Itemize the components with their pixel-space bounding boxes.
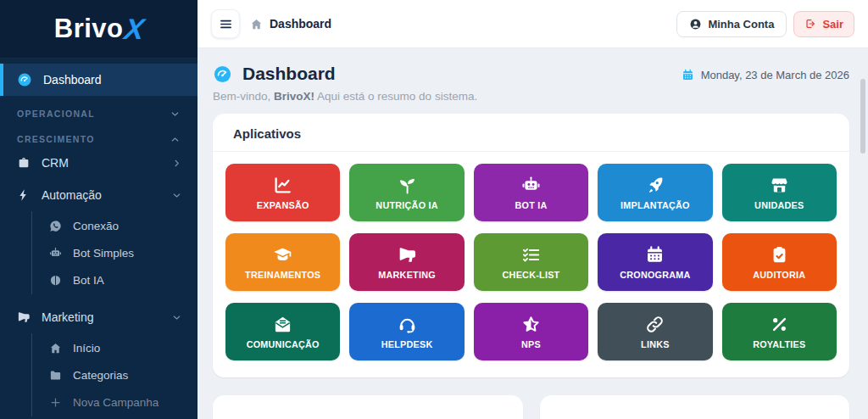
- page-header: Dashboard Bem-vindo, BrivoX! Aqui está o…: [213, 64, 849, 103]
- rocket-icon: [645, 176, 665, 195]
- app-tile-unidades[interactable]: UNIDADES: [722, 164, 837, 221]
- sidebar-section-label: CRESCIMENTO: [17, 134, 170, 144]
- content: Dashboard Bem-vindo, BrivoX! Aqui está o…: [198, 48, 868, 419]
- brand-logo[interactable]: BrivoX: [0, 0, 198, 59]
- app-tile-helpdesk[interactable]: HELPDESK: [349, 303, 464, 360]
- star-half-icon: [521, 315, 541, 334]
- app-tile-label: NPS: [521, 339, 541, 349]
- sidebar-item-label: Automação: [42, 188, 160, 202]
- account-button-label: Minha Conta: [708, 18, 774, 31]
- sidebar-subgroup-marketing: InícioCategoriasNova Campanha: [31, 333, 198, 416]
- list-check-icon: [521, 245, 541, 265]
- app-tile-label: BOT IA: [515, 200, 547, 210]
- chevron-up-icon: [170, 134, 181, 145]
- chevron-right-icon: [171, 158, 182, 169]
- main-area: Dashboard Minha Conta Sair Dashbo: [198, 0, 868, 419]
- home-icon: [49, 342, 62, 355]
- app-tile-check-list[interactable]: CHECK-LIST: [474, 233, 588, 291]
- bolt-icon: [17, 188, 31, 202]
- store-icon: [770, 176, 789, 195]
- adjust-icon: [49, 274, 62, 287]
- sidebar-subitem-inicio[interactable]: Início: [32, 335, 198, 360]
- date-display: Monday, 23 de March de 2026: [682, 69, 849, 81]
- chevron-down-icon: [171, 190, 182, 201]
- sidebar-item-dashboard[interactable]: Dashboard: [0, 64, 198, 96]
- welcome-username: BrivoX!: [274, 90, 314, 103]
- briefcase-icon: [17, 156, 31, 170]
- app-tile-comunicacao[interactable]: COMUNICAÇÃO: [225, 303, 340, 360]
- sidebar-subitem-label: Nova Campanha: [73, 396, 189, 409]
- clipboard-check-icon: [770, 245, 789, 265]
- sidebar-subitem-conexao[interactable]: Conexão: [32, 213, 198, 238]
- whatsapp-icon: [49, 220, 62, 232]
- welcome-text: Bem-vindo, BrivoX! Aqui está o resumo do…: [213, 90, 682, 103]
- page-title: Dashboard: [242, 64, 336, 84]
- robot-icon: [49, 247, 62, 260]
- app-tile-label: COMUNICAÇÃO: [247, 339, 320, 349]
- sidebar-subitem-bot-simples[interactable]: Bot Simples: [32, 240, 198, 265]
- app-tile-marketing[interactable]: MARKETING: [349, 233, 464, 291]
- seedling-icon: [398, 176, 417, 195]
- topbar-actions: Minha Conta Sair: [676, 11, 854, 37]
- breadcrumb-label: Dashboard: [270, 17, 331, 31]
- sidebar-subitem-categorias[interactable]: Categorias: [32, 362, 198, 388]
- sidebar-subitem-label: Bot IA: [73, 274, 189, 287]
- headset-icon: [398, 315, 417, 334]
- brand-logo-accent: X: [122, 13, 146, 46]
- sidebar-section-operacional[interactable]: OPERACIONAL: [0, 104, 198, 123]
- sidebar-section-crescimento[interactable]: CRESCIMENTO: [0, 130, 198, 148]
- megaphone-icon: [17, 310, 31, 324]
- calendar-icon: [682, 69, 694, 81]
- app-tile-label: AUDITORIA: [753, 270, 805, 280]
- apps-grid: EXPANSÃONUTRIÇÃO IABOT IAIMPLANTAÇÃOUNID…: [225, 164, 837, 360]
- chart-line-icon: [273, 176, 292, 195]
- graduation-cap-icon: [273, 245, 292, 265]
- app-tile-royalties[interactable]: ROYALTIES: [722, 303, 837, 360]
- percent-icon: [770, 315, 789, 334]
- logout-button[interactable]: Sair: [793, 11, 854, 37]
- sidebar-section-label: OPERACIONAL: [17, 109, 170, 119]
- app-tile-auditoria[interactable]: AUDITORIA: [722, 233, 837, 291]
- app-tile-label: CRONOGRAMA: [620, 270, 690, 280]
- sidebar-item-label: Marketing: [42, 310, 160, 324]
- logout-icon: [804, 18, 816, 30]
- user-circle-icon: [689, 18, 702, 31]
- plus-icon: [49, 396, 62, 409]
- menu-button[interactable]: [211, 9, 240, 38]
- gauge-icon: [213, 64, 232, 84]
- sidebar: BrivoX DashboardOPERACIONALCRESCIMENTOCR…: [0, 0, 198, 419]
- chevron-down-icon: [171, 312, 182, 323]
- app-tile-label: MARKETING: [378, 270, 436, 280]
- app-tile-cronograma[interactable]: CRONOGRAMA: [598, 233, 712, 291]
- apps-card-body: EXPANSÃONUTRIÇÃO IABOT IAIMPLANTAÇÃOUNID…: [213, 152, 849, 377]
- app-tile-label: EXPANSÃO: [257, 200, 309, 210]
- app-tile-label: LINKS: [641, 339, 670, 349]
- sidebar-item-automacao[interactable]: Automação: [0, 182, 198, 208]
- sidebar-subitem-nova-campanha[interactable]: Nova Campanha: [32, 389, 198, 415]
- app-tile-implantacao[interactable]: IMPLANTAÇÃO: [598, 164, 712, 221]
- sidebar-subitem-bot-ia[interactable]: Bot IA: [32, 267, 198, 293]
- app-tile-nutricao-ia[interactable]: NUTRIÇÃO IA: [349, 164, 464, 221]
- scrollbar-thumb[interactable]: [860, 79, 865, 154]
- sidebar-subitem-label: Categorias: [73, 369, 189, 382]
- sidebar-item-marketing[interactable]: Marketing: [0, 304, 198, 330]
- app-tile-label: TREINAMENTOS: [245, 270, 320, 280]
- sidebar-subitem-label: Bot Simples: [73, 247, 189, 260]
- app-tile-label: UNIDADES: [754, 200, 804, 210]
- app-tile-treinamentos[interactable]: TREINAMENTOS: [225, 233, 340, 291]
- apps-card-title: Aplicativos: [213, 114, 849, 152]
- breadcrumb[interactable]: Dashboard: [250, 17, 331, 31]
- sidebar-subitem-label: Início: [73, 342, 189, 355]
- calendar-icon: [645, 245, 665, 265]
- lower-card-left: [213, 395, 523, 419]
- sidebar-item-label: CRM: [42, 156, 160, 170]
- account-button[interactable]: Minha Conta: [676, 11, 787, 37]
- app-tile-links[interactable]: LINKS: [598, 303, 712, 360]
- app-tile-bot-ia[interactable]: BOT IA: [474, 164, 588, 221]
- logout-button-label: Sair: [822, 18, 843, 31]
- app-tile-nps[interactable]: NPS: [474, 303, 588, 360]
- gauge-icon: [17, 72, 32, 87]
- folder-icon: [49, 369, 62, 382]
- app-tile-expansao[interactable]: EXPANSÃO: [225, 164, 340, 221]
- sidebar-item-crm[interactable]: CRM: [0, 150, 198, 176]
